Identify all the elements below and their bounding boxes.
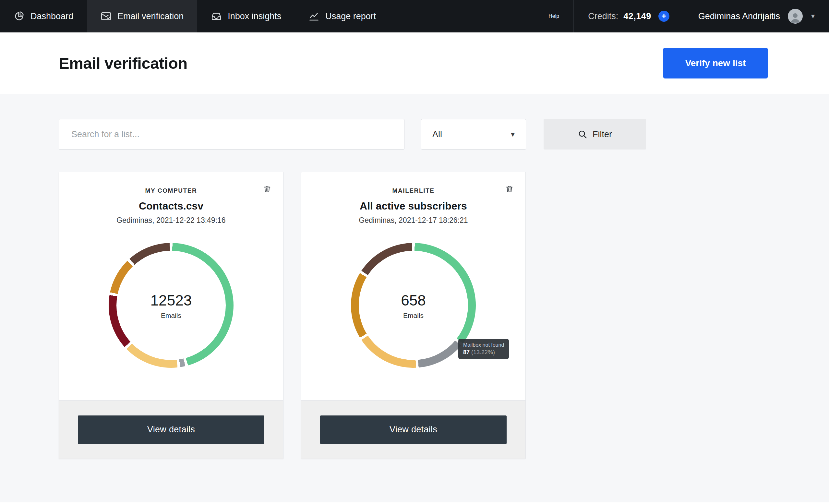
help-link[interactable]: Help bbox=[534, 0, 573, 32]
chart-area: 12523 Emails bbox=[109, 243, 233, 368]
add-credits-button[interactable]: + bbox=[658, 11, 670, 22]
main-content: All ▾ Filter MY COMPUTER Contacts.csv Ge… bbox=[0, 94, 829, 502]
search-icon bbox=[578, 130, 587, 139]
search-input[interactable] bbox=[59, 119, 404, 149]
view-details-button[interactable]: View details bbox=[320, 416, 507, 444]
nav-item-label: Dashboard bbox=[31, 11, 73, 22]
view-details-button[interactable]: View details bbox=[78, 416, 264, 444]
chevron-down-icon: ▾ bbox=[511, 130, 515, 139]
filters-row: All ▾ Filter bbox=[59, 119, 770, 149]
delete-list-button[interactable] bbox=[263, 184, 272, 194]
list-meta: Gediminas, 2021-12-22 13:49:16 bbox=[59, 216, 283, 225]
delete-list-button[interactable] bbox=[505, 184, 514, 194]
nav-item-label: Inbox insights bbox=[228, 11, 281, 22]
user-avatar[interactable] bbox=[788, 9, 803, 24]
nav-right: Help Credits: 42,149 + Gediminas Andrija… bbox=[534, 0, 829, 32]
list-title: Contacts.csv bbox=[59, 200, 283, 212]
chart-area: 658 Emails Mailbox not found 87 (13.22%) bbox=[351, 243, 476, 368]
line-chart-icon bbox=[309, 11, 320, 22]
nav-item-email-verification[interactable]: Email verification bbox=[87, 0, 197, 32]
trash-icon bbox=[263, 184, 272, 193]
list-source-label: MAILERLITE bbox=[301, 187, 526, 194]
verify-new-list-button[interactable]: Verify new list bbox=[663, 48, 768, 78]
credits-label: Credits: bbox=[588, 11, 618, 22]
nav-item-usage-report[interactable]: Usage report bbox=[295, 0, 390, 32]
card-body: MAILERLITE All active subscribers Gedimi… bbox=[301, 172, 526, 400]
top-nav: Dashboard Email verification Inbox insig… bbox=[0, 0, 829, 32]
card-body: MY COMPUTER Contacts.csv Gediminas, 2021… bbox=[59, 172, 283, 400]
nav-item-label: Email verification bbox=[117, 11, 184, 22]
help-label: Help bbox=[548, 13, 559, 19]
list-title: All active subscribers bbox=[301, 200, 526, 212]
page-title: Email verification bbox=[59, 54, 187, 72]
filter-button[interactable]: Filter bbox=[544, 119, 646, 149]
inbox-icon bbox=[211, 11, 222, 22]
page-header: Email verification Verify new list bbox=[0, 32, 829, 94]
filter-button-label: Filter bbox=[592, 130, 612, 140]
list-card-contacts-csv: MY COMPUTER Contacts.csv Gediminas, 2021… bbox=[59, 172, 284, 459]
credits-value: 42,149 bbox=[623, 11, 651, 22]
person-silhouette-icon bbox=[789, 11, 802, 24]
list-card-all-active-subscribers: MAILERLITE All active subscribers Gedimi… bbox=[301, 172, 526, 459]
card-footer: View details bbox=[59, 400, 283, 459]
card-footer: View details bbox=[301, 400, 526, 459]
user-menu[interactable]: Gediminas Andrijaitis ▾ bbox=[684, 0, 829, 32]
user-name: Gediminas Andrijaitis bbox=[698, 11, 780, 22]
list-type-select[interactable]: All ▾ bbox=[421, 119, 526, 149]
trash-icon bbox=[505, 184, 514, 193]
nav-item-label: Usage report bbox=[325, 11, 376, 22]
segment-tooltip: Mailbox not found 87 (13.22%) bbox=[458, 339, 509, 359]
dashboard-pie-icon bbox=[13, 11, 25, 22]
credits-block: Credits: 42,149 + bbox=[573, 0, 684, 32]
email-check-icon bbox=[101, 11, 112, 22]
list-source-label: MY COMPUTER bbox=[59, 187, 283, 194]
tooltip-value: 87 (13.22%) bbox=[463, 349, 504, 356]
chevron-down-icon[interactable]: ▾ bbox=[811, 12, 815, 21]
nav-item-dashboard[interactable]: Dashboard bbox=[0, 0, 87, 32]
verification-donut-chart[interactable] bbox=[351, 243, 476, 368]
list-meta: Gediminas, 2021-12-17 18:26:21 bbox=[301, 216, 526, 225]
lists-grid: MY COMPUTER Contacts.csv Gediminas, 2021… bbox=[59, 172, 770, 459]
nav-item-inbox-insights[interactable]: Inbox insights bbox=[197, 0, 295, 32]
nav-left: Dashboard Email verification Inbox insig… bbox=[0, 0, 390, 32]
plus-icon: + bbox=[661, 12, 666, 20]
dropdown-value: All bbox=[432, 130, 442, 140]
verification-donut-chart[interactable] bbox=[109, 243, 233, 368]
tooltip-label: Mailbox not found bbox=[463, 342, 504, 348]
